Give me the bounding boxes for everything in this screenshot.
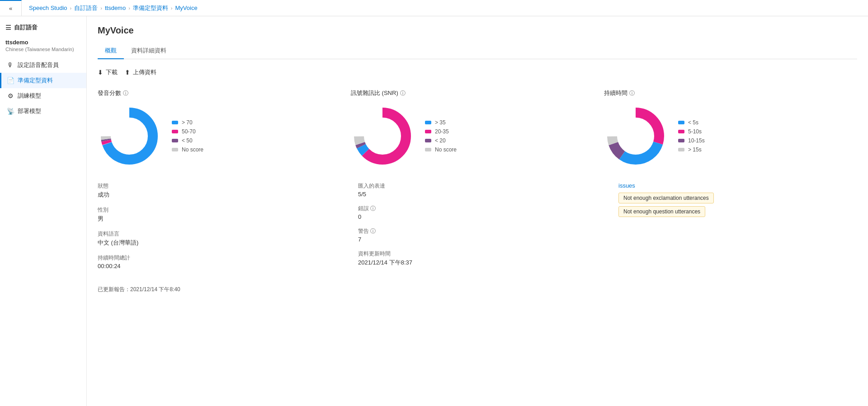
legend-item: > 70 (172, 119, 203, 126)
legend-label: 10-15s (688, 137, 705, 144)
prepare-data-icon: 📄 (7, 77, 14, 84)
lang-value: 中文 (台灣華語) (98, 239, 336, 247)
breadcrumb-myvoice: MyVoice (175, 5, 198, 11)
tab-overview[interactable]: 概觀 (98, 43, 124, 59)
sidebar-item-train-model[interactable]: ⚙ 訓練模型 (0, 88, 86, 104)
train-model-icon: ⚙ (7, 92, 14, 99)
sidebar-section-header[interactable]: ☰ 自訂語音 (0, 20, 86, 35)
issues-title: issues (618, 182, 857, 189)
legend-item: > 15s (678, 146, 705, 153)
errors-value: 0 (358, 213, 597, 220)
upload-label: 上傳資料 (133, 68, 156, 76)
update-time-value: 2021/12/14 下午8:37 (358, 259, 597, 267)
issues-col: issues Not enough exclamation utterances… (597, 182, 857, 277)
duration-chart-section: 持續時間 ⓘ (604, 89, 857, 168)
duration-donut (604, 104, 667, 168)
lang-label: 資料語言 (98, 230, 336, 238)
snr-donut (351, 104, 414, 168)
duration-chart-body: < 5s 5-10s 10-15s > 15s (604, 104, 705, 168)
info-col-left: 狀態 成功 性別 男 資料語言 中文 (台灣華語) 持續時間總計 00:00:2… (98, 182, 336, 277)
snr-chart-body: > 35 20-35 < 20 No score (351, 104, 457, 168)
info-group-duration-total: 持續時間總計 00:00:24 (98, 254, 336, 269)
duration-legend: < 5s 5-10s 10-15s > 15s (678, 119, 705, 153)
sidebar-project: ttsdemo Chinese (Taiwanese Mandarin) (0, 35, 86, 54)
collapse-sidebar-button[interactable]: « (0, 0, 22, 16)
errors-label: 錯誤 ⓘ (358, 205, 597, 212)
duration-info-icon[interactable]: ⓘ (629, 90, 635, 97)
topbar: « Speech Studio › 自訂語音 › ttsdemo › 準備定型資… (0, 0, 868, 16)
info-group-gender: 性別 男 (98, 206, 336, 223)
legend-item: < 5s (678, 119, 705, 126)
sidebar-item-prepare-data[interactable]: 📄 準備定型資料 (0, 73, 86, 88)
legend-item: No score (425, 146, 457, 153)
sidebar-item-label-voice-talent: 設定語音配音員 (18, 61, 59, 69)
breadcrumb-custom-voice[interactable]: 自訂語音 (74, 4, 98, 12)
legend-label: < 50 (182, 137, 193, 144)
errors-info-icon[interactable]: ⓘ (370, 205, 376, 212)
legend-item: 20-35 (425, 128, 457, 135)
tabs: 概觀 資料詳細資料 (98, 43, 857, 59)
gender-value: 男 (98, 215, 336, 223)
legend-item: 50-70 (172, 128, 203, 135)
sidebar-nav: 🎙 設定語音配音員 📄 準備定型資料 ⚙ 訓練模型 📡 部署模型 (0, 57, 86, 119)
info-group-lang: 資料語言 中文 (台灣華語) (98, 230, 336, 247)
download-label: 下載 (106, 68, 118, 76)
legend-color-purple (678, 139, 684, 142)
report-footer: 已更新報告：2021/12/14 下午8:40 (98, 286, 857, 293)
warnings-value: 7 (358, 236, 597, 243)
info-col-mid: 匯入的表達 5/5 錯誤 ⓘ 0 警告 ⓘ 7 (336, 182, 597, 277)
legend-color-blue (172, 121, 178, 124)
breadcrumb-prepare-data[interactable]: 準備定型資料 (133, 4, 168, 12)
legend-label: 50-70 (182, 128, 196, 135)
legend-label: < 5s (688, 119, 698, 126)
tab-data-detail[interactable]: 資料詳細資料 (124, 43, 174, 59)
legend-color-blue (425, 121, 431, 124)
legend-item: < 50 (172, 137, 203, 144)
sidebar-project-lang: Chinese (Taiwanese Mandarin) (5, 47, 81, 52)
legend-item: < 20 (425, 137, 457, 144)
legend-label: No score (435, 146, 457, 153)
pronunciation-donut (98, 104, 161, 168)
breadcrumb-speech-studio[interactable]: Speech Studio (29, 5, 67, 11)
main-layout: ☰ 自訂語音 ttsdemo Chinese (Taiwanese Mandar… (0, 16, 868, 406)
snr-info-icon[interactable]: ⓘ (400, 90, 406, 97)
legend-color-gray (172, 148, 178, 151)
voice-talent-icon: 🎙 (7, 61, 14, 69)
legend-color-gray (425, 148, 431, 151)
download-button[interactable]: ⬇ 下載 (98, 66, 118, 78)
snr-chart-section: 訊號雜訊比 (SNR) ⓘ (351, 89, 604, 168)
sidebar-section-label: 自訂語音 (14, 24, 38, 32)
snr-legend: > 35 20-35 < 20 No score (425, 119, 457, 153)
legend-label: < 20 (435, 137, 446, 144)
svg-point-4 (359, 113, 406, 160)
sidebar-item-deploy-model[interactable]: 📡 部署模型 (0, 104, 86, 119)
duration-chart-title: 持續時間 ⓘ (604, 89, 635, 97)
upload-icon: ⬆ (125, 69, 130, 76)
legend-label: > 70 (182, 119, 193, 126)
legend-label: 20-35 (435, 128, 449, 135)
legend-label: 5-10s (688, 128, 702, 135)
upload-button[interactable]: ⬆ 上傳資料 (125, 66, 156, 78)
info-group-warnings: 警告 ⓘ 7 (358, 227, 597, 243)
gender-label: 性別 (98, 206, 336, 214)
legend-label: No score (182, 146, 203, 153)
pronunciation-info-icon[interactable]: ⓘ (123, 90, 128, 97)
breadcrumb-sep-3: › (128, 5, 130, 11)
duration-total-label: 持續時間總計 (98, 254, 336, 262)
info-group-errors: 錯誤 ⓘ 0 (358, 205, 597, 220)
legend-item: 10-15s (678, 137, 705, 144)
sidebar-project-name: ttsdemo (5, 39, 81, 46)
pronunciation-chart-body: > 70 50-70 < 50 No score (98, 104, 203, 168)
sidebar-item-label-deploy-model: 部署模型 (18, 107, 41, 115)
issue-badge-0: Not enough exclamation utterances (618, 193, 714, 203)
warnings-label: 警告 ⓘ (358, 227, 597, 235)
sidebar-item-voice-talent[interactable]: 🎙 設定語音配音員 (0, 57, 86, 73)
breadcrumb-ttsdemo[interactable]: ttsdemo (105, 5, 126, 11)
hamburger-icon: ☰ (5, 24, 11, 31)
legend-color-purple (425, 139, 431, 142)
snr-chart-title: 訊號雜訊比 (SNR) ⓘ (351, 89, 406, 97)
main-content: MyVoice 概觀 資料詳細資料 ⬇ 下載 ⬆ 上傳資料 發音分數 ⓘ (87, 16, 868, 406)
page-title: MyVoice (98, 25, 857, 36)
info-group-imported: 匯入的表達 5/5 (358, 182, 597, 198)
warnings-info-icon[interactable]: ⓘ (370, 228, 376, 234)
